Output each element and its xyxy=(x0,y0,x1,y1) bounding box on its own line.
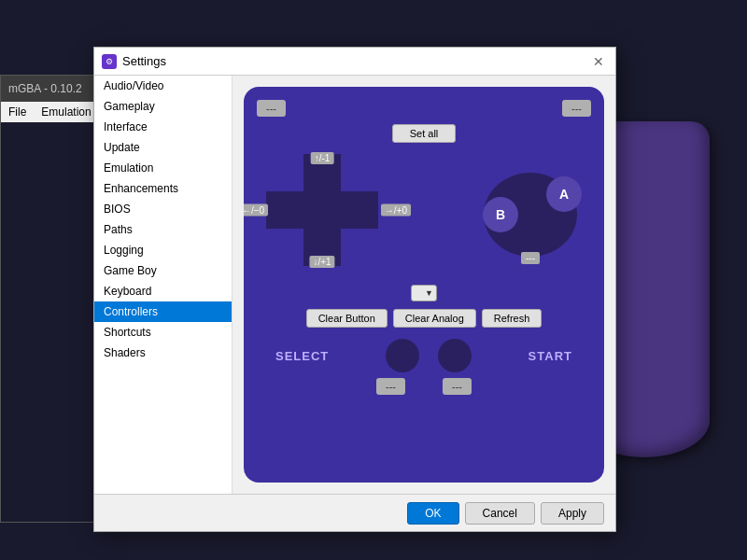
sidebar-item-shaders[interactable]: Shaders xyxy=(94,343,232,363)
controller-panel: --- --- Set all xyxy=(244,87,604,483)
settings-sidebar: Audio/Video Gameplay Interface Update Em… xyxy=(94,76,233,494)
apply-button[interactable]: Apply xyxy=(541,502,604,525)
controller-dropdown-row: ▼ xyxy=(411,285,437,301)
top-left-button[interactable]: --- xyxy=(257,100,286,117)
dialog-body: Audio/Video Gameplay Interface Update Em… xyxy=(94,76,615,494)
bg-menu-file[interactable]: File xyxy=(8,105,26,119)
dialog-title: Settings xyxy=(122,54,584,68)
refresh-btn[interactable]: Refresh xyxy=(482,309,543,328)
bg-menu-emulation[interactable]: Emulation xyxy=(41,105,91,119)
ab-container: B A --- xyxy=(479,163,582,266)
bottom-right-button[interactable]: --- xyxy=(443,378,472,395)
sidebar-item-gameplay[interactable]: Gameplay xyxy=(94,96,232,117)
dpad-down-label[interactable]: ↓/+1 xyxy=(309,256,334,268)
settings-dialog: ⚙ Settings ✕ Audio/Video Gameplay Interf… xyxy=(93,47,616,532)
settings-icon: ⚙ xyxy=(102,54,117,69)
button-b[interactable]: B xyxy=(483,197,518,232)
controller-select-wrapper: ▼ xyxy=(411,285,437,301)
bottom-left-button[interactable]: --- xyxy=(376,378,405,395)
start-thumb-button[interactable] xyxy=(438,339,472,372)
button-a[interactable]: A xyxy=(546,176,582,212)
ab-bottom-label[interactable]: --- xyxy=(521,252,540,264)
sidebar-item-enhancements[interactable]: Enhancements xyxy=(94,178,232,199)
dpad-container: ↑/-1 ←/−0 →/+0 ↓/+1 xyxy=(266,154,378,275)
dpad-up-label[interactable]: ↑/-1 xyxy=(311,152,334,164)
set-all-row: Set all xyxy=(392,124,457,143)
set-all-button[interactable]: Set all xyxy=(392,124,457,143)
ss-buttons xyxy=(386,339,472,372)
dpad-left-label[interactable]: ←/−0 xyxy=(244,204,268,217)
sidebar-item-keyboard[interactable]: Keyboard xyxy=(94,281,232,301)
dialog-titlebar: ⚙ Settings ✕ xyxy=(94,48,615,76)
dpad-vertical xyxy=(303,154,341,266)
sidebar-item-logging[interactable]: Logging xyxy=(94,240,232,260)
top-buttons-row: --- --- xyxy=(257,100,591,117)
controls-row: ↑/-1 ←/−0 →/+0 ↓/+1 B A --- xyxy=(257,154,591,275)
select-label: SELECT xyxy=(275,349,329,363)
cancel-button[interactable]: Cancel xyxy=(465,502,535,525)
dialog-close-button[interactable]: ✕ xyxy=(589,52,608,71)
select-start-row: SELECT START xyxy=(257,339,591,372)
controllers-main-content: --- --- Set all xyxy=(233,76,615,494)
sidebar-item-gameboy[interactable]: Game Boy xyxy=(94,260,232,281)
sidebar-item-bios[interactable]: BIOS xyxy=(94,199,232,219)
sidebar-item-interface[interactable]: Interface xyxy=(94,117,232,137)
sidebar-item-emulation[interactable]: Emulation xyxy=(94,158,232,178)
sidebar-item-update[interactable]: Update xyxy=(94,137,232,158)
start-label: START xyxy=(529,349,572,363)
clear-analog-btn[interactable]: Clear Analog xyxy=(393,309,476,328)
dpad-right-label[interactable]: →/+0 xyxy=(381,204,411,217)
sidebar-item-shortcuts[interactable]: Shortcuts xyxy=(94,322,232,343)
ok-button[interactable]: OK xyxy=(407,502,458,525)
controller-select[interactable] xyxy=(411,285,437,301)
sidebar-item-audio-video[interactable]: Audio/Video xyxy=(94,76,232,96)
sidebar-item-paths[interactable]: Paths xyxy=(94,219,232,240)
bottom-small-row: --- --- xyxy=(376,378,472,395)
clear-button-btn[interactable]: Clear Button xyxy=(306,309,388,328)
action-buttons-row: Clear Button Clear Analog Refresh xyxy=(306,309,543,328)
select-thumb-button[interactable] xyxy=(386,339,419,372)
dialog-footer: OK Cancel Apply xyxy=(94,494,615,531)
sidebar-item-controllers[interactable]: Controllers xyxy=(94,301,232,322)
top-right-button[interactable]: --- xyxy=(562,100,591,117)
